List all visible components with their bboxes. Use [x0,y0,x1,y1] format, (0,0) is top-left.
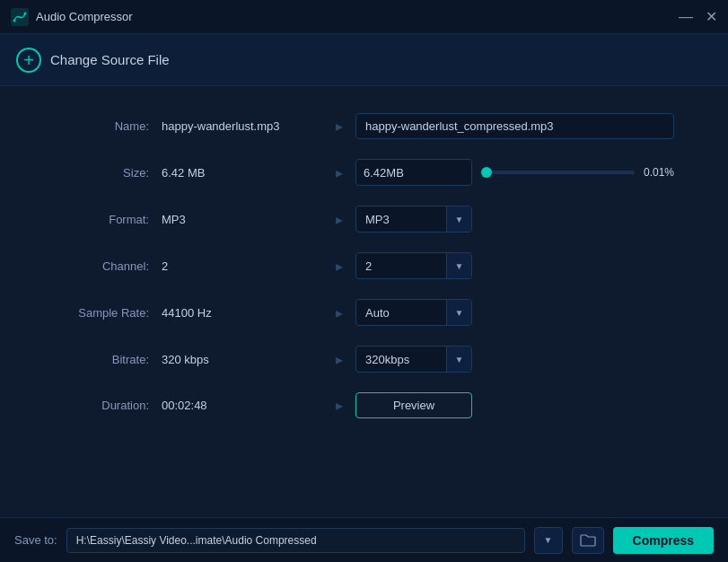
size-slider-thumb[interactable] [481,167,492,178]
sample-rate-dropdown[interactable]: Auto ▼ [355,299,472,326]
bitrate-dest-container: 320kbps ▼ [355,346,674,373]
main-content: Name: happy-wanderlust.mp3 ▸ Size: 6.42 … [0,86,728,465]
header-bar: + Change Source File [0,34,728,86]
bitrate-dropdown-arrow-icon: ▼ [446,347,471,372]
app-icon [11,8,29,26]
sample-rate-row: Sample Rate: 44100 Hz ▸ Auto ▼ [54,299,674,326]
channel-label: Channel: [54,259,162,273]
sample-rate-dropdown-arrow-icon: ▼ [446,300,471,325]
channel-dropdown-arrow-icon: ▼ [446,253,471,278]
footer: Save to: ▼ Compress [0,517,728,562]
size-label: Size: [54,166,162,180]
sample-rate-source-value: 44100 Hz [162,306,323,320]
save-path-input[interactable] [66,528,525,553]
compress-button[interactable]: Compress [613,527,714,554]
duration-dest-container: Preview [355,392,674,418]
bitrate-label: Bitrate: [54,353,162,366]
size-slider-percent: 0.01% [644,166,674,179]
duration-source-value: 00:02:48 [162,399,323,412]
size-row: Size: 6.42 MB ▸ ▲ ▼ 0.01% [54,159,674,186]
size-dest-container: ▲ ▼ 0.01% [355,159,674,186]
browse-folder-button[interactable] [572,527,604,554]
format-arrow-icon: ▸ [336,211,343,228]
svg-point-2 [24,12,27,14]
channel-arrow-icon: ▸ [336,258,343,275]
size-spinner[interactable]: ▲ ▼ [355,159,472,186]
change-source-label: Change Source File [50,52,170,67]
name-dest-container [355,113,674,139]
channel-dropdown-value: 2 [356,254,446,278]
channel-dest-container: 2 ▼ [355,252,674,279]
size-arrow-icon: ▸ [336,164,343,181]
sample-rate-dropdown-value: Auto [356,301,446,325]
bitrate-dropdown-value: 320kbps [356,347,446,372]
size-source-value: 6.42 MB [162,166,323,180]
bitrate-dropdown[interactable]: 320kbps ▼ [355,346,472,373]
size-slider-container[interactable]: 0.01% [485,166,674,179]
plus-circle-icon: + [16,48,41,73]
title-bar-controls: — ✕ [679,10,717,24]
channel-row: Channel: 2 ▸ 2 ▼ [54,252,674,279]
svg-point-1 [13,19,16,22]
format-row: Format: MP3 ▸ MP3 ▼ [54,206,674,233]
channel-dropdown[interactable]: 2 ▼ [355,252,472,279]
format-dest-container: MP3 ▼ [355,206,674,233]
duration-label: Duration: [54,399,162,412]
name-arrow-icon: ▸ [336,118,343,135]
save-to-label: Save to: [14,533,57,547]
name-row: Name: happy-wanderlust.mp3 ▸ [54,113,674,139]
channel-source-value: 2 [162,259,323,273]
bitrate-row: Bitrate: 320 kbps ▸ 320kbps ▼ [54,346,674,373]
title-bar-left: Audio Compressor [11,8,133,26]
preview-button[interactable]: Preview [355,392,472,418]
format-label: Format: [54,213,162,226]
name-dest-input[interactable] [355,113,674,139]
app-title: Audio Compressor [36,10,133,23]
duration-arrow-icon: ▸ [336,397,343,414]
folder-icon [580,534,596,547]
bitrate-arrow-icon: ▸ [336,351,343,368]
bitrate-source-value: 320 kbps [162,353,323,366]
format-dropdown[interactable]: MP3 ▼ [355,206,472,233]
format-dropdown-arrow-icon: ▼ [446,206,471,232]
name-label: Name: [54,119,162,133]
change-source-button[interactable]: + Change Source File [16,48,170,73]
title-bar: Audio Compressor — ✕ [0,0,728,34]
minimize-button[interactable]: — [679,10,693,24]
save-path-dropdown-button[interactable]: ▼ [534,527,563,554]
name-source-value: happy-wanderlust.mp3 [162,119,323,133]
format-source-value: MP3 [162,213,323,226]
format-dropdown-value: MP3 [356,207,446,232]
sample-rate-dest-container: Auto ▼ [355,299,674,326]
size-dest-input[interactable] [356,161,472,185]
sample-rate-label: Sample Rate: [54,306,162,320]
duration-row: Duration: 00:02:48 ▸ Preview [54,392,674,418]
sample-rate-arrow-icon: ▸ [336,304,343,321]
size-slider-track[interactable] [485,171,635,174]
close-button[interactable]: ✕ [706,10,717,24]
